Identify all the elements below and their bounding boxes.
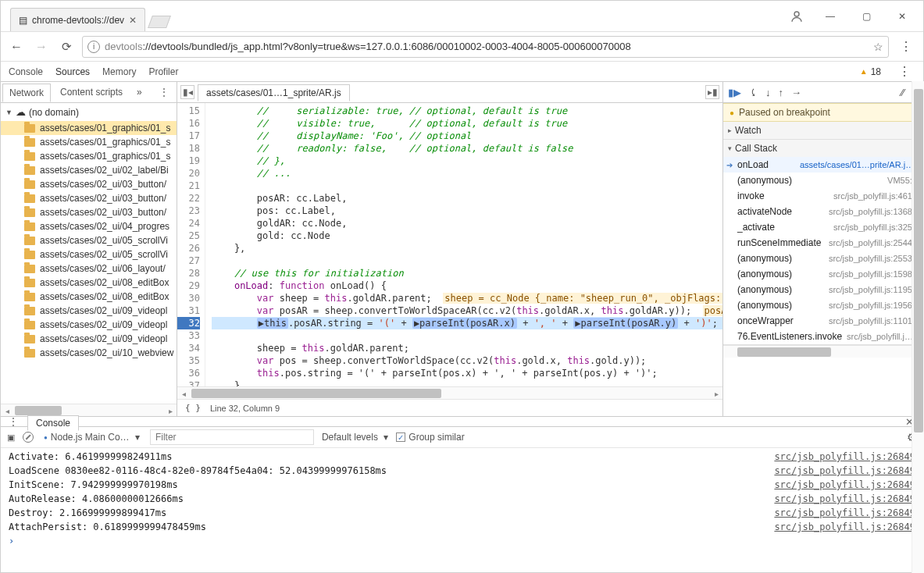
browser-tab[interactable]: ▤ chrome-devtools://dev ✕ bbox=[10, 8, 145, 31]
console-source-link[interactable]: src/jsb_polyfill.js:26849 bbox=[774, 493, 915, 504]
debugger-hscrollbar[interactable] bbox=[723, 345, 923, 358]
stack-frame[interactable]: 76.EventListeners.invokesrc/jsb_polyfill… bbox=[723, 329, 923, 344]
frame-location[interactable]: src/jsb_polyfill.js:15981 bbox=[829, 269, 917, 279]
deactivate-breakpoints-icon[interactable]: ⁄⁄ bbox=[901, 87, 904, 98]
tree-item[interactable]: assets/cases/02_ui/09_videopl bbox=[1, 304, 177, 318]
scroll-thumb[interactable] bbox=[737, 347, 831, 357]
scroll-right-icon[interactable]: ▸ bbox=[164, 404, 177, 417]
nav-menu-icon[interactable]: ⋮ bbox=[153, 87, 175, 98]
account-icon[interactable] bbox=[781, 1, 812, 32]
stack-frame[interactable]: (anonymous)src/jsb_polyfill.js:25536 bbox=[723, 251, 923, 266]
console-source-link[interactable]: src/jsb_polyfill.js:26849 bbox=[774, 521, 915, 532]
tree-item[interactable]: assets/cases/02_ui/10_webview bbox=[1, 346, 177, 360]
stack-frame[interactable]: onceWrappersrc/jsb_polyfill.js:11014 bbox=[723, 313, 923, 329]
console-sidebar-icon[interactable]: ▣ bbox=[7, 432, 15, 443]
step-into-icon[interactable]: ↓ bbox=[765, 87, 771, 98]
tab-memory[interactable]: Memory bbox=[102, 66, 136, 77]
frame-location[interactable]: src/jsb_polyfill.js:25442 bbox=[829, 238, 917, 247]
scroll-left-icon[interactable]: ◂ bbox=[177, 387, 190, 400]
tree-item[interactable]: assets/cases/02_ui/09_videopl bbox=[1, 332, 177, 346]
editor-tab[interactable]: assets/cases/01…1_sprite/AR.js bbox=[198, 84, 350, 101]
tree-item[interactable]: assets/cases/02_ui/05_scrollVi bbox=[1, 247, 177, 262]
tree-item[interactable]: assets/cases/02_ui/08_editBox bbox=[1, 290, 177, 304]
back-button[interactable]: ← bbox=[7, 37, 26, 56]
tree-item[interactable]: assets/cases/02_ui/06_layout/ bbox=[1, 262, 177, 276]
tree-item[interactable]: assets/cases/01_graphics/01_s bbox=[1, 135, 177, 149]
stack-frame[interactable]: (anonymous)src/jsb_polyfill.js:11958 bbox=[723, 282, 923, 297]
console-line[interactable]: AttachPersist: 0.6189999999478459mssrc/j… bbox=[9, 520, 915, 534]
tab-profiler[interactable]: Profiler bbox=[148, 66, 178, 77]
console-source-link[interactable]: src/jsb_polyfill.js:26849 bbox=[774, 507, 915, 518]
scroll-thumb[interactable] bbox=[191, 389, 441, 398]
tree-item[interactable]: assets/cases/02_ui/03_button/ bbox=[1, 177, 177, 191]
toggle-debugger-icon[interactable]: ▸▮ bbox=[705, 85, 719, 99]
console-source-link[interactable]: src/jsb_polyfill.js:26849 bbox=[774, 451, 915, 462]
console-output[interactable]: Activate: 6.461999999824911mssrc/jsb_pol… bbox=[1, 448, 923, 561]
frame-location[interactable]: src/jsb_polyfill.js:10859 bbox=[847, 332, 917, 341]
stack-frame[interactable]: runSceneImmediatesrc/jsb_polyfill.js:254… bbox=[723, 235, 923, 251]
pretty-print-icon[interactable]: { } bbox=[185, 403, 201, 413]
frame-location[interactable]: assets/cases/01…prite/AR.js:32 bbox=[800, 160, 917, 169]
stack-frame[interactable]: invokesrc/jsb_polyfill.js:4610 bbox=[723, 188, 923, 204]
console-line[interactable]: Destroy: 2.166999999899417mssrc/jsb_poly… bbox=[9, 506, 915, 520]
close-button[interactable]: ✕ bbox=[884, 5, 920, 28]
tree-domain[interactable]: ☁ (no domain) bbox=[1, 103, 177, 121]
step-out-icon[interactable]: ↑ bbox=[779, 87, 784, 98]
new-tab-button[interactable] bbox=[148, 16, 171, 28]
step-over-icon[interactable]: ⤹ bbox=[749, 87, 758, 98]
group-similar-checkbox[interactable]: ✓Group similar bbox=[396, 432, 464, 443]
tree-item[interactable]: assets/cases/02_ui/03_button/ bbox=[1, 191, 177, 205]
toggle-navigator-icon[interactable]: ▮◂ bbox=[180, 85, 194, 99]
tree-item[interactable]: assets/cases/02_ui/02_label/Bi bbox=[1, 163, 177, 177]
stack-frame[interactable]: (anonymous)src/jsb_polyfill.js:15981 bbox=[723, 266, 923, 282]
bookmark-icon[interactable]: ☆ bbox=[873, 41, 883, 53]
nav-tab-content-scripts[interactable]: Content scripts bbox=[54, 84, 129, 101]
minimize-button[interactable]: — bbox=[812, 5, 848, 28]
code-content[interactable]: // serializable: true, // optional, defa… bbox=[205, 103, 722, 386]
console-line[interactable]: LoadScene 0830ee82-0116-48c4-82e0-89784f… bbox=[9, 464, 915, 478]
console-source-link[interactable]: src/jsb_polyfill.js:26849 bbox=[774, 479, 915, 490]
forward-button[interactable]: → bbox=[32, 37, 51, 56]
page-vscrollbar[interactable] bbox=[912, 81, 924, 573]
resume-icon[interactable]: ▮▶ bbox=[728, 87, 741, 98]
callstack-header[interactable]: Call Stack bbox=[723, 140, 923, 157]
stack-frame[interactable]: _activatesrc/jsb_polyfill.js:3258 bbox=[723, 219, 923, 235]
frame-location[interactable]: src/jsb_polyfill.js:13682 bbox=[829, 207, 917, 216]
console-prompt-icon[interactable]: › bbox=[9, 536, 14, 546]
stack-frame[interactable]: activateNodesrc/jsb_polyfill.js:13682 bbox=[723, 204, 923, 219]
close-tab-icon[interactable]: ✕ bbox=[129, 15, 137, 26]
tab-console[interactable]: Console bbox=[9, 66, 43, 77]
nav-tabs-overflow-icon[interactable]: » bbox=[132, 87, 147, 98]
frame-location[interactable]: src/jsb_polyfill.js:3258 bbox=[833, 222, 917, 232]
tab-sources[interactable]: Sources bbox=[55, 66, 90, 77]
frame-location[interactable]: src/jsb_polyfill.js:19568 bbox=[829, 301, 917, 310]
tree-item[interactable]: assets/cases/02_ui/09_videopl bbox=[1, 318, 177, 332]
console-source-link[interactable]: src/jsb_polyfill.js:26849 bbox=[774, 465, 915, 476]
browser-menu-icon[interactable]: ⋮ bbox=[895, 39, 917, 54]
scroll-left-icon[interactable]: ◂ bbox=[1, 404, 13, 417]
drawer-console-tab[interactable]: Console bbox=[27, 415, 79, 431]
tree-item[interactable]: assets/cases/02_ui/03_button/ bbox=[1, 205, 177, 219]
frame-location[interactable]: src/jsb_polyfill.js:25536 bbox=[829, 254, 917, 263]
url-bar[interactable]: i devtools://devtools/bundled/js_app.htm… bbox=[82, 36, 889, 58]
scroll-thumb[interactable] bbox=[15, 406, 62, 415]
warnings-badge[interactable]: 18 bbox=[860, 66, 881, 77]
tree-item[interactable]: assets/cases/02_ui/05_scrollVi bbox=[1, 233, 177, 247]
nav-tab-network[interactable]: Network bbox=[2, 84, 51, 102]
frame-location[interactable]: src/jsb_polyfill.js:11958 bbox=[829, 285, 917, 294]
stack-frame[interactable]: (anonymous)src/jsb_polyfill.js:19568 bbox=[723, 297, 923, 313]
drawer-menu-icon[interactable]: ⋮ bbox=[9, 416, 18, 427]
navigator-hscrollbar[interactable]: ◂ ▸ bbox=[1, 404, 177, 416]
console-line[interactable]: AutoRelease: 4.08600000012666mssrc/jsb_p… bbox=[9, 492, 915, 506]
scroll-thumb[interactable] bbox=[914, 89, 923, 432]
frame-location[interactable]: src/jsb_polyfill.js:4610 bbox=[833, 191, 917, 201]
console-line[interactable]: Activate: 6.461999999824911mssrc/jsb_pol… bbox=[9, 450, 915, 464]
execution-context[interactable]: Node.js Main Co… ▾ bbox=[41, 430, 142, 444]
reload-button[interactable]: ⟳ bbox=[57, 37, 76, 56]
stack-frame[interactable]: (anonymous)VM55:3 bbox=[723, 173, 923, 188]
drawer-header[interactable]: ⋮ Console ✕ bbox=[1, 416, 923, 427]
code-editor[interactable]: 1516171819202122232425262728293031323334… bbox=[177, 103, 722, 386]
scroll-right-icon[interactable]: ▸ bbox=[710, 387, 722, 400]
console-filter-input[interactable] bbox=[150, 429, 314, 445]
tree-item[interactable]: assets/cases/02_ui/08_editBox bbox=[1, 276, 177, 290]
